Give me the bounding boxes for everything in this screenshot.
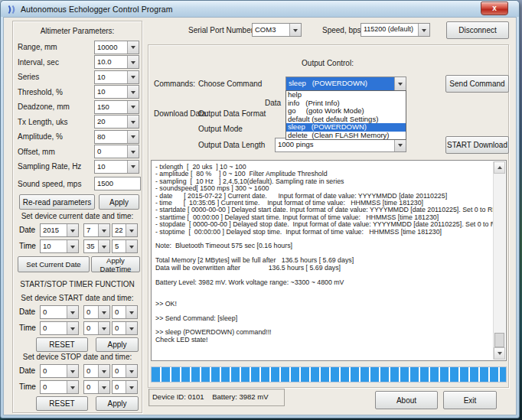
param-label: Deadzone, mm [18, 103, 94, 111]
soundspeed-input[interactable]: 1500 [94, 177, 141, 190]
current-minute-select[interactable]: 35 [83, 239, 110, 253]
param-row-deadzone: Deadzone, mm 150 [18, 99, 139, 115]
output-control-heading: Output Control: [148, 59, 507, 67]
stop-month-select[interactable]: 0 [83, 364, 110, 378]
start-reset-button[interactable]: RESET [36, 337, 88, 352]
apply-parameters-button[interactable]: Apply [99, 194, 139, 210]
series-select[interactable]: 10 [94, 70, 139, 84]
log-text: - txlength [ 20 uks ] 10 ~ 100 - amplitu… [152, 161, 494, 357]
current-year-select[interactable]: 2015 [40, 223, 79, 237]
chevron-down-icon [126, 306, 137, 318]
offset-select[interactable]: 0 [94, 145, 139, 158]
param-row-txlength: Tx Length, uks 20 [18, 115, 139, 130]
deadzone-select[interactable]: 150 [94, 100, 139, 114]
app-window: Autonomous Echologger Control Program x … [0, 0, 520, 418]
chevron-down-icon [394, 138, 406, 151]
device-status-box: Device ID: 0101 Battery: 3982 mV [148, 389, 285, 406]
current-datetime-heading: Set device current date and time: [13, 212, 142, 220]
stop-day-select[interactable]: 0 [112, 364, 138, 378]
about-button[interactable]: About [375, 391, 438, 409]
current-month-select[interactable]: 7 [83, 223, 110, 237]
dropdown-item-delete[interactable]: delete (Clean FLASH Memory) [286, 132, 406, 140]
chevron-down-icon [127, 116, 139, 128]
stop-minute-select[interactable]: 0 [83, 380, 110, 394]
chevron-down-icon [67, 322, 78, 334]
app-icon [6, 4, 17, 14]
current-hour-select[interactable]: 10 [40, 239, 79, 253]
stop-apply-button[interactable]: Apply [96, 396, 139, 411]
scroll-up-icon[interactable] [494, 161, 505, 174]
samplingrate-select[interactable]: 10 [94, 160, 139, 174]
choose-command-select[interactable]: sleep (POWERDOWN) [285, 77, 406, 91]
dropdown-item-go[interactable]: go (goto Work Mode) [286, 107, 406, 116]
reread-parameters-button[interactable]: Re-read parameters [19, 194, 95, 210]
current-day-select[interactable]: 22 [112, 223, 138, 237]
range-select[interactable]: 10000 [94, 41, 139, 54]
param-label: Threshold, % [18, 88, 94, 96]
window-title: Autonomous Echologger Control Program [21, 5, 173, 14]
start-day-select[interactable]: 0 [112, 305, 138, 319]
close-button[interactable]: x [481, 2, 508, 15]
log-output-area[interactable]: - txlength [ 20 uks ] 10 ~ 100 - amplitu… [151, 160, 507, 361]
serial-port-select[interactable]: COM3 [252, 23, 302, 37]
stop-reset-button[interactable]: RESET [36, 396, 88, 411]
param-label: Interval, sec [18, 58, 94, 67]
apply-datetime-button[interactable]: Apply DateTime [91, 256, 140, 272]
interval-select[interactable]: 10.0 [94, 55, 139, 69]
speed-label: Speed, bps [322, 26, 361, 34]
command-dropdown-list: help info (Print Info) go (goto Work Mod… [285, 90, 406, 140]
scroll-down-icon[interactable] [494, 347, 505, 360]
output-data-format-label: Output Data Format [198, 109, 266, 118]
param-row-offset: Offset, mm 0 [18, 145, 139, 160]
txlength-select[interactable]: 20 [94, 115, 139, 129]
start-hour-select[interactable]: 0 [40, 321, 79, 335]
stop-datetime-heading: Set device STOP date and time: [13, 353, 142, 361]
stop-year-select[interactable]: 0 [40, 364, 79, 378]
stop-date-row: Date 0 0 0 [19, 364, 139, 378]
speed-select[interactable]: 115200 (default) [361, 23, 430, 37]
start-minute-select[interactable]: 0 [83, 321, 110, 335]
chevron-down-icon [126, 322, 137, 334]
time-label: Time [19, 242, 36, 250]
dropdown-item-sleep[interactable]: sleep (POWERDOWN) [286, 123, 406, 132]
param-row-threshold: Threshold, % 10 [18, 85, 139, 100]
timer-function-heading: START/STOP TIMER FUNCTION [13, 280, 142, 288]
start-time-row: Time 0 0 0 [19, 321, 139, 335]
start-apply-button[interactable]: Apply [96, 337, 139, 352]
start-month-select[interactable]: 0 [83, 305, 110, 319]
date-label: Date [19, 366, 35, 375]
param-row-interval: Interval, sec 10.0 [18, 55, 139, 70]
chevron-down-icon [127, 86, 139, 98]
param-label: Range, mm [18, 43, 94, 51]
chevron-down-icon [67, 306, 78, 318]
chevron-down-icon [98, 224, 109, 236]
start-download-button[interactable]: START Download [445, 136, 509, 154]
chevron-down-icon [67, 381, 78, 393]
param-label: Offset, mm [18, 148, 94, 156]
disconnect-button[interactable]: Disconnect [446, 21, 509, 39]
dropdown-item-help[interactable]: help [286, 91, 406, 99]
chevron-down-icon [98, 240, 109, 252]
log-scrollbar[interactable] [493, 161, 505, 360]
stop-hour-select[interactable]: 0 [40, 380, 79, 394]
chevron-down-icon [67, 365, 78, 377]
chevron-down-icon [127, 145, 139, 158]
title-bar: Autonomous Echologger Control Program x [1, 1, 519, 17]
obscured-label-fragment: Data [265, 99, 281, 107]
current-second-select[interactable]: 5 [112, 239, 138, 253]
threshold-select[interactable]: 10 [94, 85, 139, 99]
stop-second-select[interactable]: 0 [112, 380, 138, 394]
param-row-range: Range, mm 10000 [18, 40, 139, 55]
exit-button[interactable]: Exit [443, 391, 497, 409]
time-label: Time [19, 383, 36, 391]
start-year-select[interactable]: 0 [40, 305, 79, 319]
scrollbar-thumb[interactable] [494, 333, 504, 347]
serial-port-label: Serial Port Number [188, 26, 253, 34]
start-second-select[interactable]: 0 [112, 321, 138, 335]
chevron-down-icon [127, 41, 139, 54]
set-current-date-button[interactable]: Set Current Date [18, 256, 90, 272]
amplitude-select[interactable]: 80 [94, 130, 139, 144]
send-command-button[interactable]: Send Command [445, 75, 509, 93]
stop-time-row: Time 0 0 0 [19, 380, 139, 394]
chevron-down-icon [127, 71, 139, 83]
